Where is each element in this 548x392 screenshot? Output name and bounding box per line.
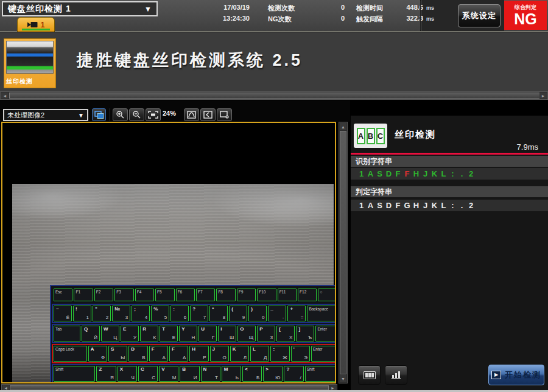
kb-key: JО [210,346,229,362]
key-legend-latin: U [201,326,205,332]
judged-char: F [393,201,402,210]
scroll-down-icon[interactable]: ▼ [340,375,346,382]
image-selector-value: 未处理图像2 [7,111,44,120]
kb-key: №3 [112,306,130,321]
key-legend-cyrillic: 5 [164,315,167,321]
key-legend-latin: ? [192,306,195,312]
kb-key: Tab [54,326,80,341]
key-legend: F5 [157,290,172,295]
key-legend-cyrillic: Ь [236,375,239,381]
key-legend-cyrillic: И [194,375,197,381]
kb-key: F2 [94,289,113,301]
kb-key: %5 [151,306,169,321]
kb-key: PЗ [257,326,275,341]
scene-list-scrollbar[interactable]: ◄ ► [0,91,548,100]
scrollbar-thumb[interactable] [340,131,346,374]
key-list-button[interactable] [358,365,381,385]
kb-key: FА [149,346,168,362]
scroll-up-icon[interactable]: ▲ [340,123,346,130]
kb-key: >Ю [263,366,283,382]
kb-key: )0 [248,306,267,321]
chevron-left-icon [203,111,213,119]
key-legend: F1 [76,290,91,295]
kb-key: F10 [257,289,276,301]
ocr-letter-b: B [367,128,375,144]
stat-label-ng-count: NG次数 [268,15,292,24]
image-settings-button[interactable] [217,108,232,121]
kb-key: CС [138,366,158,382]
scrollbar-thumb[interactable] [9,93,540,99]
key-legend-cyrillic: Л [244,355,247,361]
scrollbar-thumb[interactable] [10,385,329,390]
kb-key: QЙ [82,326,100,341]
judged-char: : [448,201,457,210]
kb-key: F4 [135,289,154,301]
camera-tab-1[interactable]: 1 [17,17,55,32]
start-inspection-label: 开始检测 [505,369,541,380]
program-selector-dropdown[interactable]: 键盘丝印检测 1 ▼ [2,1,158,16]
judged-string-label: 判定字符串 [351,186,548,197]
display-layout-button[interactable] [92,108,106,121]
fit-to-screen-button[interactable] [146,108,161,121]
key-legend-latin: Q [84,326,88,332]
scroll-left-icon[interactable]: ◄ [2,385,9,390]
key-legend-cyrillic: О [223,355,227,361]
shift-row: ShiftZЯXЧCСVМBИNТMЬ<Б>Ю?/Shift [52,364,336,383]
page-title: 捷胜键盘丝印检测系统 2.5 [77,49,303,71]
key-legend-cyrillic: / [300,375,301,381]
kb-key: MЬ [222,366,241,382]
image-viewport[interactable]: EscF1F2F3F4F5F6F7F8F9F10F11F12○~Ё!1"2№3;… [1,122,336,383]
key-legend-cyrillic: М [172,375,177,381]
start-inspection-button[interactable]: ▶ 开始检测 [488,365,544,385]
previous-image-button[interactable] [200,108,216,121]
key-legend-cyrillic: У [133,335,136,341]
image-selector-dropdown[interactable]: 未处理图像2 ▼ [3,109,88,121]
key-legend-cyrillic: Ч [132,375,135,381]
scroll-right-icon[interactable]: ► [329,385,336,390]
zoom-in-button[interactable] [113,108,128,121]
statistics-button[interactable] [385,365,407,385]
keyboard-overlay: EscF1F2F3F4F5F6F7F8F9F10F11F12○~Ё!1"2№3;… [50,285,336,383]
key-legend-latin: M [224,366,228,373]
key-legend: F2 [96,290,111,295]
image-vertical-scrollbar[interactable]: ▲ ▼ [339,122,348,383]
kb-key: RК [140,326,158,341]
key-legend-cyrillic: 9 [242,315,245,321]
key-legend-latin: < [245,366,248,373]
bar-chart-icon [392,371,401,379]
scroll-right-icon[interactable]: ► [539,93,547,99]
app-window: 键盘丝印检测 1 ▼ 1 17/03/19 13:24:30 检测次数 0 NG… [0,0,548,392]
kb-key: [Х [276,326,295,341]
recognized-char-ok: : [448,169,457,178]
kb-key: UГ [198,326,217,341]
key-legend-cyrillic: С [152,375,155,381]
key-legend: F12 [300,290,315,295]
kb-key: DВ [128,346,147,362]
scroll-left-icon[interactable]: ◄ [1,93,9,99]
judged-char: 2 [466,201,476,210]
key-legend-latin: L [253,346,256,352]
kb-key: !1 [73,306,91,321]
key-legend-latin: ! [76,306,77,312]
scene-thumbnail-card[interactable]: 丝印检测 [4,38,56,88]
recognized-char-ok: H [412,169,421,178]
key-legend-cyrillic: А [163,355,166,361]
kb-key: VМ [159,366,178,382]
recognized-char-ok: L [439,169,448,178]
zoom-out-button[interactable] [129,108,144,121]
key-legend-latin: % [153,306,158,312]
key-legend: F11 [279,290,295,295]
system-settings-button[interactable]: 系统设定 [458,4,501,27]
key-legend: F6 [178,290,193,295]
kb-key: NТ [201,366,220,382]
kb-key: OЩ [237,326,256,341]
key-legend-latin: I [220,326,222,332]
key-legend-latin: A [91,346,94,352]
profile-view-button[interactable] [184,108,199,121]
key-legend-cyrillic: З [270,335,273,341]
kb-key: :6 [170,306,189,321]
title-band: 丝印检测 捷胜键盘丝印检测系统 2.5 [0,32,548,91]
key-legend-latin: K [233,346,236,352]
key-legend-cyrillic: = [301,315,304,321]
kb-key: 'Э [291,346,310,362]
